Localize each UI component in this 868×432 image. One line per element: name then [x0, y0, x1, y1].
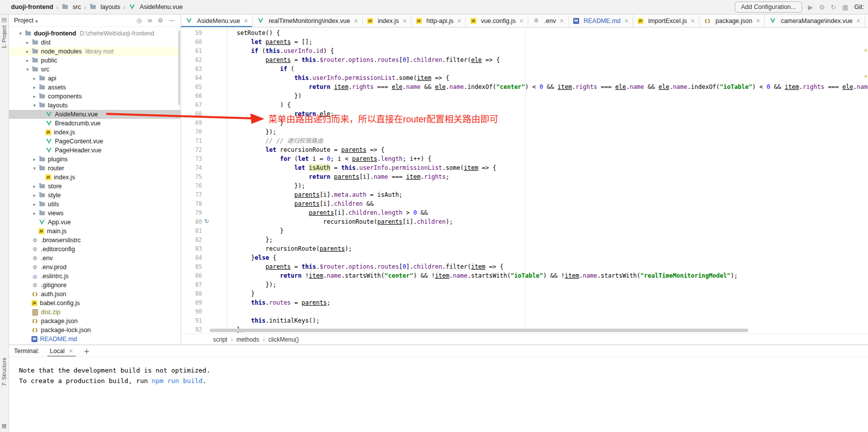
editor-tab[interactable]: index.js — [363, 14, 412, 27]
line-number[interactable]: 70 — [181, 127, 202, 136]
code-line[interactable]: 73 for (let i = 0; i < parents.length; i… — [181, 154, 868, 163]
editor-tab[interactable]: README.md — [569, 14, 634, 27]
tree-item[interactable]: dist — [9, 38, 181, 47]
tree-item[interactable]: plugins — [9, 155, 181, 164]
code-line[interactable]: 66 }) — [181, 91, 868, 100]
line-number[interactable]: 63 — [181, 64, 202, 73]
tree-item[interactable]: PageContent.vue — [9, 137, 181, 146]
tree-item[interactable]: .env — [9, 254, 181, 263]
editor-breadcrumb-item[interactable]: script — [212, 336, 228, 343]
code-line[interactable]: 84 }else { — [181, 253, 868, 262]
new-terminal-icon[interactable] — [84, 347, 90, 355]
line-number[interactable]: 90 — [181, 307, 202, 316]
tree-item[interactable]: AsideMenu.vue — [9, 110, 181, 119]
close-icon[interactable] — [756, 17, 760, 24]
line-number[interactable]: 69 — [181, 118, 202, 127]
code-line[interactable]: 68 return ele; — [181, 109, 868, 118]
code-line[interactable]: 80 recursionRoute(parents[i].children); — [181, 217, 868, 226]
tree-item[interactable]: babel.config.js — [9, 299, 181, 308]
tree-item[interactable]: layouts — [9, 101, 181, 110]
tree-item[interactable]: .browserslistrc — [9, 236, 181, 245]
tree-item[interactable]: package.json — [9, 317, 181, 326]
tree-item[interactable]: index.js — [9, 128, 181, 137]
line-number[interactable]: 60 — [181, 37, 202, 46]
line-number[interactable]: 67 — [181, 100, 202, 109]
chevron-right-icon[interactable] — [31, 211, 38, 216]
close-icon[interactable] — [690, 17, 695, 24]
close-icon[interactable] — [856, 17, 861, 24]
tree-item[interactable]: node_moduleslibrary root — [9, 47, 181, 56]
close-icon[interactable] — [457, 17, 461, 24]
code-line[interactable]: 60 let parents = []; — [181, 37, 868, 46]
line-number[interactable]: 92 — [181, 325, 202, 334]
tree-scrollbar[interactable] — [178, 30, 180, 105]
code-line[interactable]: 91 this.initialKeys(); — [181, 316, 868, 325]
line-number[interactable]: 62 — [181, 55, 202, 64]
close-icon[interactable] — [403, 17, 407, 24]
git-branch-widget[interactable]: Git: — [855, 3, 864, 10]
settings-icon[interactable] — [819, 3, 825, 11]
tree-item[interactable]: .gitignore — [9, 281, 181, 290]
sync-icon[interactable] — [831, 3, 836, 11]
code-line[interactable]: 82 }; — [181, 235, 868, 244]
line-number[interactable]: 85 — [181, 262, 202, 271]
editor-body[interactable]: 59 setRoute() {60 let parents = [];61 if… — [181, 27, 868, 334]
line-number[interactable]: 87 — [181, 280, 202, 289]
tree-item[interactable]: assets — [9, 83, 181, 92]
tree-item[interactable]: .env.prod — [9, 263, 181, 272]
tree-item[interactable]: index.js — [9, 173, 181, 182]
tree-item[interactable]: api — [9, 74, 181, 83]
tree-item[interactable]: PageHeader.vue — [9, 146, 181, 155]
chevron-down-icon[interactable] — [31, 166, 38, 171]
tree-item[interactable]: views — [9, 209, 181, 218]
code-area[interactable]: 59 setRoute() {60 let parents = [];61 if… — [181, 28, 868, 334]
close-icon[interactable] — [519, 17, 524, 24]
tree-item[interactable]: dist.zip — [9, 308, 181, 317]
line-number[interactable]: 84 — [181, 253, 202, 262]
editor-tab[interactable]: http-api.js — [412, 14, 466, 27]
line-number[interactable]: 73 — [181, 154, 202, 163]
editor-breadcrumb-item[interactable]: clickMenu() — [267, 336, 300, 343]
line-number[interactable]: 77 — [181, 190, 202, 199]
editor-tab[interactable]: vue.config.js — [466, 14, 528, 27]
tree-item[interactable]: router — [9, 164, 181, 173]
line-number[interactable]: 74 — [181, 163, 202, 172]
chevron-down-icon[interactable] — [31, 103, 38, 108]
line-number[interactable]: 65 — [181, 82, 202, 91]
collapse-all-icon[interactable] — [147, 17, 152, 24]
line-number[interactable]: 59 — [181, 28, 202, 37]
line-number[interactable]: 89 — [181, 298, 202, 307]
tree-item[interactable]: Breadcrumb.vue — [9, 119, 181, 128]
code-line[interactable]: 88 } — [181, 289, 868, 298]
code-line[interactable]: 89 this.routes = parents; — [181, 298, 868, 307]
chevron-right-icon[interactable] — [31, 85, 38, 90]
tree-item[interactable]: package-lock.json — [9, 326, 181, 335]
code-line[interactable]: 77 parents[i].meta.auth = isAuth; — [181, 190, 868, 199]
breadcrumb-item[interactable]: layouts — [89, 3, 120, 10]
breadcrumb-item[interactable]: AsideMenu.vue — [128, 3, 183, 10]
close-icon[interactable] — [624, 17, 629, 24]
breadcrumb-item[interactable]: src — [61, 3, 81, 10]
code-line[interactable]: 63 if ( — [181, 64, 868, 73]
tree-item[interactable]: duoji-frontendD:\zheheWeb\duoji-frontend — [9, 29, 181, 38]
code-line[interactable]: 65 return item.rights === ele.name && el… — [181, 82, 868, 91]
tree-item[interactable]: utils — [9, 200, 181, 209]
close-icon[interactable] — [243, 17, 248, 24]
chevron-right-icon[interactable] — [24, 58, 31, 63]
close-icon[interactable] — [69, 348, 73, 354]
line-number[interactable]: 68 — [181, 109, 202, 118]
line-number[interactable]: 88 — [181, 289, 202, 298]
tree-item[interactable]: src — [9, 65, 181, 74]
code-line[interactable]: 70 }); — [181, 127, 868, 136]
code-line[interactable]: 61 if (this.userInfo.id) { — [181, 46, 868, 55]
code-line[interactable]: 83 recursionRoute(parents); — [181, 244, 868, 253]
hide-panel-icon[interactable] — [169, 17, 175, 24]
tree-item[interactable]: .editorconfig — [9, 245, 181, 254]
code-line[interactable]: 69 } — [181, 118, 868, 127]
line-number[interactable]: 86 — [181, 271, 202, 280]
terminal-tab-local[interactable]: Local — [47, 345, 76, 357]
favorites-icon[interactable]: ▦ — [1, 423, 6, 429]
line-number[interactable]: 64 — [181, 73, 202, 82]
editor-tab[interactable]: realTimeMonitoring\index.vue — [252, 14, 363, 27]
line-number[interactable]: 61 — [181, 46, 202, 55]
